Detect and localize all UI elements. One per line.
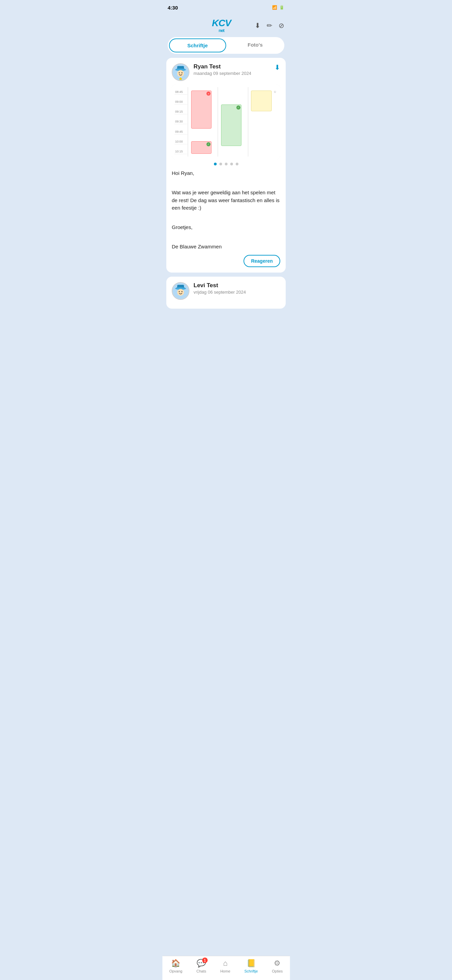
time-slot: 08:45 bbox=[174, 89, 187, 95]
time-slot: 09:15 bbox=[174, 109, 187, 115]
time-slot: 09:30 bbox=[174, 119, 187, 124]
filter-icon[interactable]: ⊘ bbox=[279, 21, 284, 30]
status-bar: 4:30 📶 🔋 bbox=[162, 0, 290, 15]
svg-point-6 bbox=[182, 73, 182, 73]
svg-point-13 bbox=[179, 291, 180, 292]
svg-point-5 bbox=[179, 73, 180, 73]
dot-2[interactable] bbox=[219, 163, 222, 165]
message-line-7: De Blauwe Zwammen bbox=[172, 243, 280, 251]
tab-fotos[interactable]: Foto's bbox=[228, 38, 283, 52]
message-line-3: Wat was je weer geweldig aan het spelen … bbox=[172, 189, 280, 212]
cards-container: Ryan Test maandag 09 september 2024 ⬇ 08… bbox=[162, 58, 290, 309]
dot-5[interactable] bbox=[236, 163, 238, 165]
header: KCV net ⬇ ✏ ⊘ bbox=[162, 15, 290, 37]
message-text-ryan: Hoi Ryan, Wat was je weer geweldig aan h… bbox=[172, 169, 280, 251]
card-name-ryan: Ryan Test bbox=[193, 63, 270, 70]
message-line-2 bbox=[172, 179, 280, 187]
card-image-carousel-ryan: 08:45 09:00 09:15 09:30 09:45 10:00 10:1… bbox=[172, 84, 280, 159]
avatar-ryan bbox=[172, 63, 189, 81]
status-icons: 📶 🔋 bbox=[272, 5, 284, 10]
logo-text: KCV net bbox=[212, 18, 231, 33]
message-line-4 bbox=[172, 214, 280, 222]
message-line-6 bbox=[172, 234, 280, 241]
dot-3[interactable] bbox=[225, 163, 228, 165]
tabs-container: Schriftje Foto's bbox=[168, 37, 284, 54]
dot-4[interactable] bbox=[230, 163, 233, 165]
reply-button-ryan[interactable]: Reageren bbox=[244, 255, 280, 267]
carousel-dots-ryan bbox=[172, 163, 280, 165]
message-line-5: Groetjes, bbox=[172, 224, 280, 231]
svg-point-4 bbox=[177, 70, 184, 77]
card-date-ryan: maandag 09 september 2024 bbox=[193, 71, 270, 76]
signal-icon: 📶 bbox=[272, 5, 277, 10]
svg-point-12 bbox=[177, 289, 184, 296]
card-header-ryan: Ryan Test maandag 09 september 2024 ⬇ bbox=[172, 63, 280, 81]
timetable-mock: 08:45 09:00 09:15 09:30 09:45 10:00 10:1… bbox=[172, 84, 280, 159]
download-icon[interactable]: ⬇ bbox=[255, 21, 260, 30]
compose-icon[interactable]: ✏ bbox=[266, 21, 273, 30]
time-slot: 09:00 bbox=[174, 99, 187, 105]
time-slot: 09:45 bbox=[174, 129, 187, 134]
svg-point-14 bbox=[182, 291, 182, 292]
card-header-info-ryan: Ryan Test maandag 09 september 2024 bbox=[193, 63, 270, 76]
reply-button-container-ryan: Reageren bbox=[172, 255, 280, 267]
time-slot: 10:00 bbox=[174, 139, 187, 144]
battery-icon: 🔋 bbox=[279, 5, 284, 10]
card-ryan-test: Ryan Test maandag 09 september 2024 ⬇ 08… bbox=[166, 58, 286, 272]
avatar-levi bbox=[172, 282, 189, 300]
status-time: 4:30 bbox=[168, 5, 178, 11]
app-logo: KCV net bbox=[212, 18, 231, 33]
card-header-info-levi: Levi Test vrijdag 06 september 2024 bbox=[193, 282, 280, 295]
card-header-levi: Levi Test vrijdag 06 september 2024 bbox=[172, 282, 280, 300]
time-slot: 10:15 bbox=[174, 149, 187, 154]
card-download-icon-ryan[interactable]: ⬇ bbox=[274, 63, 280, 72]
tab-schriftje[interactable]: Schriftje bbox=[169, 38, 226, 52]
message-line-1: Hoi Ryan, bbox=[172, 169, 280, 177]
card-levi-test: Levi Test vrijdag 06 september 2024 bbox=[166, 277, 286, 309]
card-name-levi: Levi Test bbox=[193, 282, 280, 289]
card-date-levi: vrijdag 06 september 2024 bbox=[193, 290, 280, 295]
dot-1[interactable] bbox=[214, 163, 217, 165]
logo-container: KCV net bbox=[188, 18, 255, 33]
header-icons: ⬇ ✏ ⊘ bbox=[255, 21, 284, 30]
